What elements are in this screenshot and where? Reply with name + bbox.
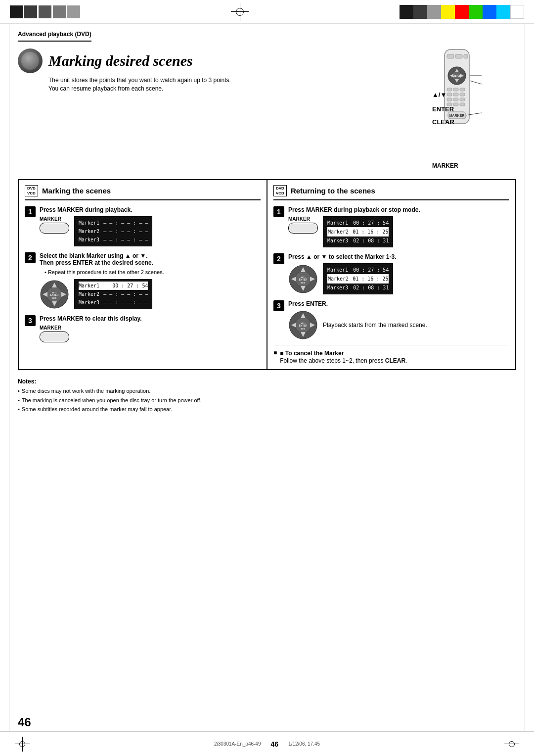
- dpad-returning-step2: SET+ ENTER SET-: [288, 264, 318, 294]
- note-item-3: • Some subtitles recorded around the mar…: [18, 406, 516, 413]
- note-item-2: • The marking is canceled when you open …: [18, 397, 516, 404]
- remote-label-enter: ENTER: [432, 102, 516, 117]
- remote-label-clear: CLEAR: [432, 115, 516, 130]
- returning-step3: 3 Press ENTER.: [273, 300, 509, 340]
- svg-rect-18: [453, 98, 458, 101]
- osd-s2: Marker100 : 27 : 54 Marker2— — : — — : —…: [74, 279, 152, 309]
- left-margin-line: [9, 24, 9, 731]
- svg-rect-11: [447, 88, 452, 91]
- note-bullet-2: •: [18, 397, 20, 404]
- cancel-text: Follow the above steps 1~2, then press C…: [280, 357, 407, 364]
- marking-step2-title2: Then press ENTER at the desired scene.: [40, 259, 261, 266]
- marking-step1: 1 Press MARKER during playback. MARKER: [25, 206, 261, 246]
- step2-num-right: 2: [273, 253, 284, 264]
- marking-step2-note: Repeat this procedure to set the other 2…: [48, 269, 164, 275]
- remote-label-updown: ▲/▼: [432, 88, 516, 102]
- svg-text:ENTER: ENTER: [50, 293, 59, 296]
- svg-rect-12: [453, 88, 458, 91]
- svg-text:ENTER: ENTER: [453, 74, 461, 77]
- svg-rect-16: [460, 93, 465, 96]
- returning-step1: 1 Press MARKER during playback or stop m…: [273, 206, 509, 247]
- crosshair-bottom-right: [504, 737, 519, 752]
- svg-text:ENTER: ENTER: [299, 278, 308, 281]
- page-subtitle-line2: You can resume playback from each scene.: [48, 85, 393, 93]
- doc-ref: 2i30301A-En_p46-49: [214, 741, 261, 747]
- marking-step3-title: Press MARKER to clear this display.: [40, 315, 142, 322]
- section-header: Advanced playback (DVD): [18, 29, 91, 42]
- marker-btn-r1: [288, 223, 318, 234]
- remote-diagram: ENTER MARKER: [393, 48, 516, 172]
- notes-title: Notes:: [18, 378, 516, 385]
- marking-step2: 2 Select the blank Marker using ▲ or ▼. …: [25, 252, 261, 309]
- svg-rect-15: [453, 93, 458, 96]
- step2-num-left: 2: [25, 252, 36, 263]
- osd-r2: Marker100 : 27 : 54 Marker201 : 16 : 25 …: [323, 263, 393, 294]
- returning-step3-sub: Playback starts from the marked scene.: [323, 321, 427, 330]
- marker-btn-s1: [40, 223, 69, 234]
- dvd-vcd-badge-left: DVDVCD: [25, 185, 38, 196]
- marking-step3: 3 Press MARKER to clear this display. MA…: [25, 315, 261, 342]
- svg-rect-14: [447, 93, 452, 96]
- color-blocks-right: [400, 5, 524, 19]
- remote-label-marker: MARKER: [432, 159, 516, 172]
- osd-s1: Marker1— — : — — : — — Marker2— — : — — …: [74, 216, 152, 246]
- returning-section: DVDVCD Returning to the scenes 1 Press M…: [267, 179, 516, 370]
- page-subtitle-line1: The unit stores the points that you want…: [48, 76, 393, 85]
- svg-rect-21: [453, 103, 458, 106]
- svg-text:SET-: SET-: [301, 282, 306, 284]
- registration-marks-left: [10, 5, 80, 18]
- doc-page: 46: [271, 740, 279, 748]
- marking-step2-title: Select the blank Marker using ▲ or ▼.: [40, 252, 261, 259]
- svg-rect-13: [460, 88, 465, 91]
- right-margin-line: [525, 24, 525, 731]
- marking-section: DVDVCD Marking the scenes 1 Press MARKER…: [18, 179, 267, 370]
- step1-num-left: 1: [25, 206, 36, 217]
- step3-num-left: 3: [25, 315, 36, 326]
- marking-step1-title: Press MARKER during playback.: [40, 206, 152, 213]
- returning-step1-title: Press MARKER during playback or stop mod…: [288, 206, 509, 213]
- marker-label-s1: MARKER: [40, 216, 69, 222]
- note-item-1: • Some discs may not work with the marki…: [18, 387, 516, 395]
- doc-date: 1/12/06, 17:45: [288, 741, 320, 747]
- svg-rect-1: [447, 54, 454, 58]
- marker-btn-s3: [40, 331, 69, 342]
- crosshair-bottom-left: [15, 737, 30, 752]
- note-bullet-3: •: [18, 406, 20, 413]
- cancel-section: ■ ■ To cancel the Marker Follow the abov…: [273, 345, 509, 364]
- dpad-returning-step3: SET+ ENTER SET-: [288, 310, 318, 340]
- svg-rect-2: [455, 54, 462, 58]
- returning-step2: 2 Press ▲ or ▼ to select the Marker 1-3.: [273, 253, 509, 294]
- svg-rect-3: [464, 54, 468, 58]
- osd-r1: Marker100 : 27 : 54 Marker201 : 16 : 25 …: [323, 216, 393, 247]
- dvd-vcd-badge-right: DVDVCD: [273, 185, 287, 196]
- marker-label-s3: MARKER: [40, 325, 142, 331]
- cancel-icon: ■: [273, 349, 277, 356]
- page-number: 46: [18, 715, 31, 729]
- step3-num-right: 3: [273, 300, 284, 311]
- svg-rect-17: [447, 98, 452, 101]
- svg-rect-19: [460, 98, 465, 101]
- returning-step2-title: Press ▲ or ▼ to select the Marker 1-3.: [288, 253, 509, 260]
- svg-rect-22: [460, 103, 465, 106]
- page-title: Marking desired scenes: [48, 52, 193, 69]
- cancel-header: ■ To cancel the Marker: [280, 350, 344, 357]
- note-bullet-1: •: [18, 387, 20, 395]
- svg-text:SET-: SET-: [301, 328, 306, 330]
- marking-section-title: Marking the scenes: [42, 187, 111, 195]
- step1-num-right: 1: [273, 206, 284, 217]
- title-icon: [18, 48, 43, 73]
- dpad-marking-step2: SET+ ENTER SET-: [40, 280, 69, 309]
- notes-section: Notes: • Some discs may not work with th…: [18, 378, 516, 413]
- marker-label-r1: MARKER: [288, 216, 318, 222]
- crosshair-center: [231, 3, 249, 21]
- svg-text:SET-: SET-: [52, 297, 57, 299]
- svg-line-26: [470, 81, 482, 84]
- returning-step3-title: Press ENTER.: [288, 300, 509, 307]
- returning-section-title: Returning to the scenes: [291, 187, 375, 195]
- svg-text:ENTER: ENTER: [299, 324, 308, 327]
